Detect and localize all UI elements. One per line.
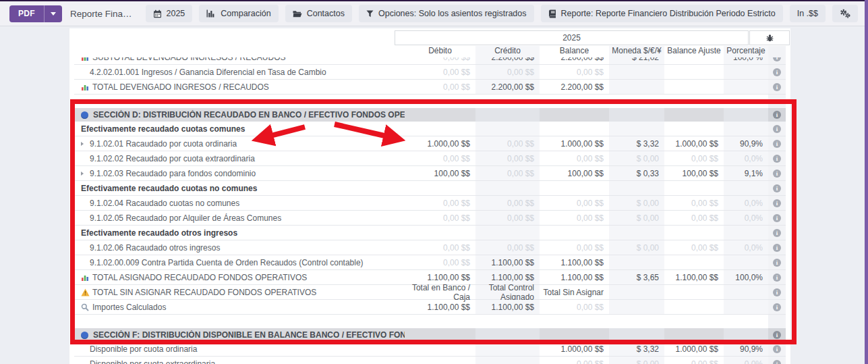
row-label: Importes Calculados (92, 303, 166, 312)
value-cell: 0,0% (724, 240, 768, 255)
info-icon[interactable]: i (773, 184, 781, 192)
info-icon[interactable]: i (773, 303, 781, 311)
value-cell: 0,00 $$ (540, 357, 609, 364)
row-label-cell: 9.1.02.04 Racaudado cuotas no comunes (74, 199, 405, 208)
table-row[interactable]: 9.1.02.02 Recaudado por cuota extraordin… (74, 151, 786, 166)
value-cell: 0,0% (724, 151, 768, 165)
value-cell: 0,00 $$ (405, 80, 475, 94)
section-dot-icon (81, 111, 88, 119)
table-row[interactable]: 4.2.02.01.001 Ingresos / Ganancia Difere… (74, 65, 786, 80)
table-row[interactable]: 9.1.02.01 Racaudado por cuota ordinaria1… (74, 136, 786, 151)
pdf-dropdown-toggle[interactable] (44, 5, 62, 22)
info-icon[interactable]: i (773, 360, 781, 364)
value-cell (405, 328, 475, 342)
info-cell: i (768, 136, 786, 151)
info-icon[interactable]: i (773, 345, 781, 353)
table-row[interactable]: 9.1.02.04 Racaudado cuotas no comunes0,0… (74, 196, 786, 211)
debug-cell[interactable] (749, 30, 790, 45)
value-cell (609, 285, 664, 299)
value-cell: 0,00 $$ (664, 151, 724, 165)
spacer-cell (475, 95, 540, 108)
expand-caret-icon[interactable] (81, 142, 90, 146)
warning-icon (81, 288, 92, 296)
spacer-cell (609, 95, 664, 108)
year-filter-button[interactable]: 2025 (146, 5, 193, 22)
value-cell: 0,00 $$ (475, 65, 540, 79)
info-icon[interactable]: i (773, 331, 781, 339)
info-icon[interactable]: i (773, 83, 781, 91)
contacts-button[interactable]: Contactos (285, 5, 352, 22)
row-label: SECCIÓN F: DISTRIBUCIÓN DISPONIBLE EN BA… (93, 330, 405, 340)
info-icon[interactable]: i (773, 111, 781, 119)
value-cell: 0,00 $$ (475, 196, 540, 210)
value-cell: 1.000,00 $$ (540, 342, 609, 356)
info-icon[interactable]: i (773, 68, 781, 76)
table-row[interactable]: Disponible por cuota extraordinaria0,00 … (74, 357, 786, 364)
value-cell: Total Sin Asignar (540, 285, 609, 299)
value-cell: $ 0,00 (609, 151, 664, 165)
value-cell: 0,0% (724, 211, 768, 225)
value-cell (540, 108, 609, 122)
report-toolbar: PDF Reporte Financiero Di... 2025Compara… (0, 1, 865, 26)
info-icon[interactable]: i (773, 259, 781, 267)
info-icon[interactable]: i (773, 170, 781, 178)
value-cell: Total Control Asignado (475, 285, 540, 299)
info-icon[interactable]: i (773, 244, 781, 252)
table-row[interactable]: 9.1.02.06 Racaudado otros ingresos0,00 $… (74, 240, 786, 255)
options-button[interactable]: Opciones: Solo los asientos registrados (359, 5, 534, 22)
info-cell: i (768, 151, 786, 165)
value-cell (724, 226, 768, 240)
value-cell: $ 0,00 (609, 211, 664, 225)
row-label-cell: TOTAL SIN ASIGNAR RECAUDADO FONDOS OPERA… (74, 288, 405, 297)
info-icon[interactable]: i (773, 214, 781, 222)
value-cell: 100,0% (724, 270, 768, 284)
info-cell: i (768, 357, 786, 364)
info-icon[interactable]: i (773, 155, 781, 163)
pdf-button-label[interactable]: PDF (9, 5, 44, 22)
value-cell: 0,00 $$ (475, 136, 540, 151)
spacer-cell (475, 315, 540, 328)
value-cell (724, 65, 768, 79)
value-cell: 1.100,00 $$ (475, 300, 540, 314)
info-cell: i (768, 285, 786, 299)
value-cell: $ 3,65 (609, 270, 664, 284)
info-icon[interactable]: i (773, 140, 781, 148)
table-row[interactable]: TOTAL DEVENGADO INGRESOS / RECAUDOS0,00 … (74, 80, 786, 95)
currency-button[interactable]: In .$$ (790, 5, 826, 22)
info-icon[interactable]: i (773, 199, 781, 207)
value-cell: 1.100,00 $$ (664, 270, 724, 284)
table-row[interactable]: 9.1.02.05 Recaudado por Alquiler de Área… (74, 211, 786, 226)
row-label-cell: 9.1.02.00.009 Contra Partida Cuenta de O… (74, 258, 405, 267)
value-cell: 90,9% (724, 342, 768, 356)
comparison-button[interactable]: Comparación (199, 5, 278, 22)
value-cell: $ 0,00 (609, 240, 664, 255)
info-icon[interactable]: i (773, 229, 781, 237)
pdf-export-button[interactable]: PDF (9, 5, 62, 22)
table-row[interactable]: Importes Calculados1.100,00 $$1.100,00 $… (74, 300, 786, 315)
value-cell (609, 181, 664, 195)
value-cell (475, 181, 540, 195)
table-row[interactable]: 9.1.02.00.009 Contra Partida Cuenta de O… (74, 255, 786, 270)
value-cell (664, 300, 724, 314)
info-icon[interactable]: i (773, 288, 781, 296)
row-label-cell: Importes Calculados (74, 303, 405, 312)
value-cell (540, 328, 609, 342)
column-header-row: Débito Crédito Balance Moneda $/€/¥ Bala… (74, 46, 786, 57)
table-row[interactable]: TOTAL SIN ASIGNAR RECAUDADO FONDOS OPERA… (74, 285, 786, 300)
value-cell: 0,00 $$ (664, 357, 724, 364)
info-icon[interactable]: i (773, 274, 781, 282)
expand-caret-icon[interactable] (81, 172, 90, 176)
value-cell (664, 122, 724, 136)
value-cell: 0,00 $$ (475, 151, 540, 165)
info-icon[interactable]: i (773, 125, 781, 133)
value-cell: $ 0,33 (609, 166, 664, 180)
value-cell: 0,0% (724, 357, 768, 364)
value-cell: $ 0,00 (609, 357, 664, 364)
table-row: SECCIÓN F: DISTRIBUCIÓN DISPONIBLE EN BA… (74, 328, 786, 342)
settings-button[interactable] (832, 5, 858, 22)
row-label: Disponible por cuota extraordinaria (90, 359, 215, 364)
value-cell (609, 80, 664, 94)
table-row[interactable]: Disponible por cuota ordinaria1.000,00 $… (74, 342, 786, 357)
report-button[interactable]: Reporte: Reporte Financiero Distribución… (541, 5, 783, 22)
table-row[interactable]: 9.1.02.03 Recaudado para fondos condomin… (74, 166, 786, 181)
